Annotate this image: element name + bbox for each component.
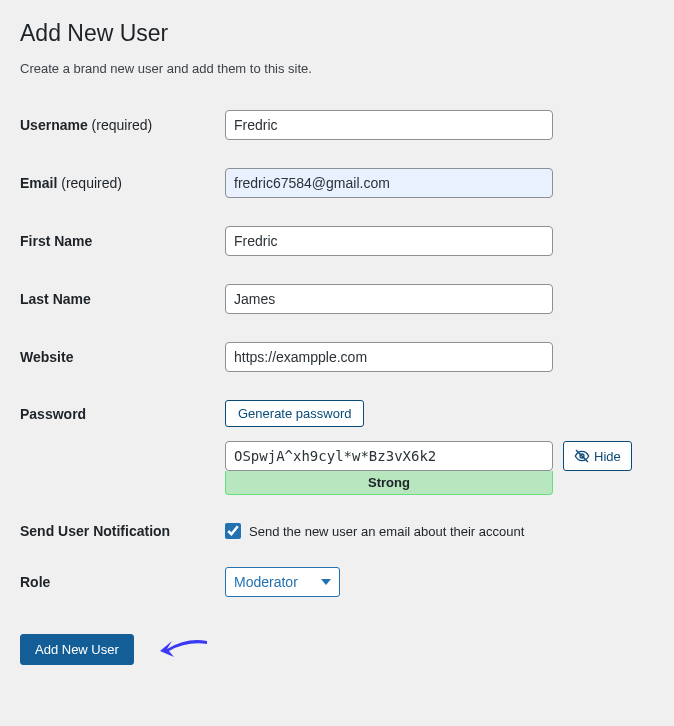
last-name-label: Last Name — [20, 284, 225, 314]
last-name-row: Last Name — [20, 270, 654, 328]
website-label: Website — [20, 342, 225, 372]
hide-password-button[interactable]: Hide — [563, 441, 632, 471]
first-name-label: First Name — [20, 226, 225, 256]
role-row: Role Moderator — [20, 553, 654, 611]
role-select[interactable]: Moderator — [225, 567, 340, 597]
notification-label: Send User Notification — [20, 523, 225, 539]
username-row: Username (required) — [20, 96, 654, 154]
submit-row: Add New User — [20, 611, 654, 669]
first-name-row: First Name — [20, 212, 654, 270]
hide-label: Hide — [594, 449, 621, 464]
first-name-input[interactable] — [225, 226, 553, 256]
generate-password-button[interactable]: Generate password — [225, 400, 364, 427]
email-label: Email (required) — [20, 168, 225, 198]
password-input[interactable] — [225, 441, 553, 471]
page-title: Add New User — [20, 20, 654, 47]
email-row: Email (required) — [20, 154, 654, 212]
password-label: Password — [20, 400, 225, 495]
email-input[interactable] — [225, 168, 553, 198]
notification-description: Send the new user an email about their a… — [249, 524, 524, 539]
website-input[interactable] — [225, 342, 553, 372]
page-description: Create a brand new user and add them to … — [20, 61, 654, 76]
username-label: Username (required) — [20, 110, 225, 140]
add-new-user-button[interactable]: Add New User — [20, 634, 134, 665]
password-strength: Strong — [225, 471, 553, 495]
role-label: Role — [20, 567, 225, 597]
arrow-icon — [152, 629, 212, 669]
username-input[interactable] — [225, 110, 553, 140]
password-row: Password Generate password Strong Hide — [20, 386, 654, 509]
notification-checkbox[interactable] — [225, 523, 241, 539]
eye-slash-icon — [574, 448, 590, 464]
notification-row: Send User Notification Send the new user… — [20, 509, 654, 553]
last-name-input[interactable] — [225, 284, 553, 314]
website-row: Website — [20, 328, 654, 386]
